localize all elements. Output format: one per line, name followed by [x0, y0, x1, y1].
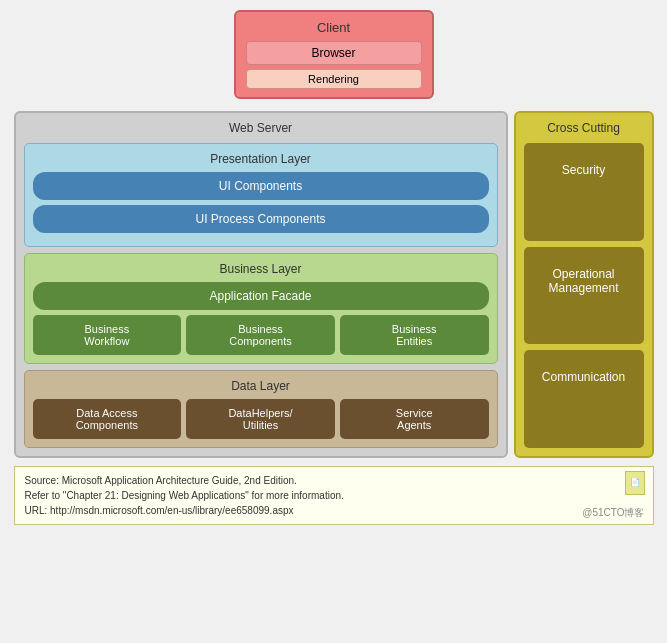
data-layer-title: Data Layer — [33, 379, 489, 393]
business-components-row: BusinessWorkflow BusinessComponents Busi… — [33, 315, 489, 355]
business-entities: BusinessEntities — [340, 315, 489, 355]
web-server-box: Web Server Presentation Layer UI Compone… — [14, 111, 508, 458]
watermark: @51CTO博客 — [582, 505, 644, 520]
communication-block: Communication — [524, 350, 644, 448]
operational-management-block: OperationalManagement — [524, 247, 644, 345]
ui-process-components: UI Process Components — [33, 205, 489, 233]
browser-box: Browser — [246, 41, 422, 65]
service-agents: ServiceAgents — [340, 399, 489, 439]
footer-line3: URL: http://msdn.microsoft.com/en-us/lib… — [25, 503, 643, 518]
rendering-label: Rendering — [308, 73, 359, 85]
business-components: BusinessComponents — [186, 315, 335, 355]
rendering-box: Rendering — [246, 69, 422, 89]
browser-label: Browser — [311, 46, 355, 60]
footer-line1: Source: Microsoft Application Architectu… — [25, 473, 643, 488]
data-helpers-utilities: DataHelpers/Utilities — [186, 399, 335, 439]
presentation-layer: Presentation Layer UI Components UI Proc… — [24, 143, 498, 247]
presentation-layer-title: Presentation Layer — [33, 152, 489, 166]
data-components-row: Data AccessComponents DataHelpers/Utilit… — [33, 399, 489, 439]
ui-components: UI Components — [33, 172, 489, 200]
business-workflow: BusinessWorkflow — [33, 315, 182, 355]
business-layer: Business Layer Application Facade Busine… — [24, 253, 498, 364]
security-block: Security — [524, 143, 644, 241]
web-server-title: Web Server — [24, 121, 498, 135]
client-title: Client — [246, 20, 422, 35]
footer-note: 📄 Source: Microsoft Application Architec… — [14, 466, 654, 525]
client-box: Client Browser Rendering — [234, 10, 434, 99]
doc-icon: 📄 — [625, 471, 645, 495]
main-area: Web Server Presentation Layer UI Compone… — [14, 111, 654, 458]
data-access-components: Data AccessComponents — [33, 399, 182, 439]
data-layer: Data Layer Data AccessComponents DataHel… — [24, 370, 498, 448]
footer-line2: Refer to "Chapter 21: Designing Web Appl… — [25, 488, 643, 503]
business-layer-title: Business Layer — [33, 262, 489, 276]
cross-cutting-box: Cross Cutting Security OperationalManage… — [514, 111, 654, 458]
cross-cutting-title: Cross Cutting — [524, 121, 644, 135]
application-facade: Application Facade — [33, 282, 489, 310]
